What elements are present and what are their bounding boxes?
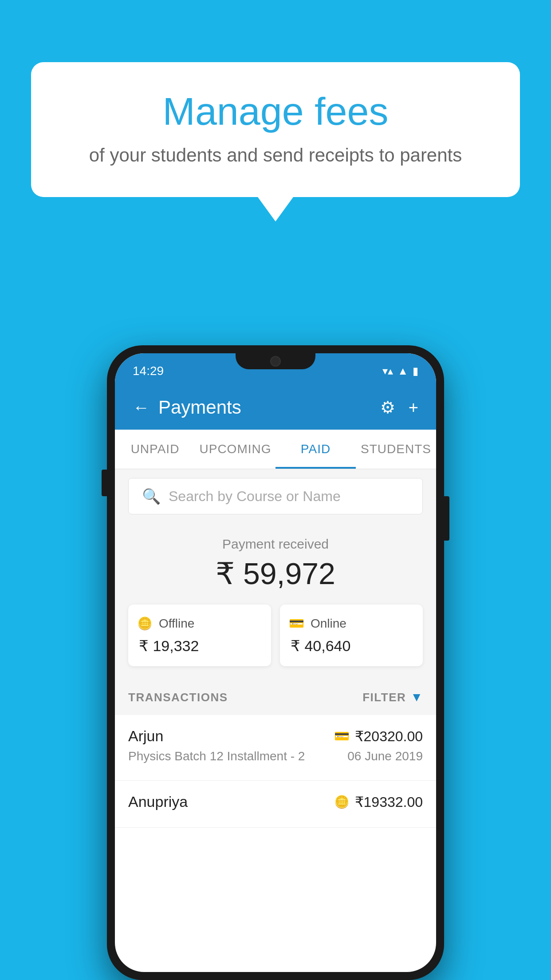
transaction-name-2: Anupriya xyxy=(128,793,188,810)
battery-icon: ▮ xyxy=(413,365,418,377)
tab-paid[interactable]: PAID xyxy=(276,430,356,469)
transactions-label: TRANSACTIONS xyxy=(128,691,228,704)
speech-bubble: Manage fees of your students and send re… xyxy=(31,62,520,197)
gear-icon[interactable]: ⚙ xyxy=(380,398,395,417)
phone-notch xyxy=(236,353,315,369)
payment-received-label: Payment received xyxy=(128,537,423,552)
payment-received-section: Payment received ₹ 59,972 🪙 Offline ₹ 19… xyxy=(115,523,436,680)
header-left: ← Payments xyxy=(133,397,241,418)
phone-wrapper: 14:29 ▾▴ ▲ ▮ ← Payments ⚙ + xyxy=(107,345,444,980)
offline-amount: ₹ 19,332 xyxy=(137,637,262,655)
filter-label: FILTER xyxy=(362,691,406,704)
transactions-header: TRANSACTIONS FILTER ▼ xyxy=(115,680,436,715)
search-placeholder: Search by Course or Name xyxy=(169,488,341,505)
filter-container[interactable]: FILTER ▼ xyxy=(362,690,423,704)
transaction-amount-2: ₹19332.00 xyxy=(355,794,423,810)
search-container: 🔍 Search by Course or Name xyxy=(115,469,436,523)
transaction-date-1: 06 June 2019 xyxy=(347,749,423,763)
transaction-item-2[interactable]: Anupriya 🪙 ₹19332.00 xyxy=(115,781,436,828)
bubble-arrow xyxy=(258,197,293,221)
wifi-icon: ▾▴ xyxy=(382,365,393,377)
offline-card-header: 🪙 Offline xyxy=(137,616,262,631)
tab-students[interactable]: STUDENTS xyxy=(356,430,436,469)
transaction-name-1: Arjun xyxy=(128,727,163,745)
bubble-subtitle: of your students and send receipts to pa… xyxy=(67,145,484,166)
phone-inner: 14:29 ▾▴ ▲ ▮ ← Payments ⚙ + xyxy=(115,353,436,972)
transaction-mode-icon-1: 💳 xyxy=(334,729,350,743)
transaction-item[interactable]: Arjun 💳 ₹20320.00 Physics Batch 12 Insta… xyxy=(115,715,436,781)
transaction-amount-container-1: 💳 ₹20320.00 xyxy=(334,728,423,745)
app-header: ← Payments ⚙ + xyxy=(115,385,436,430)
transaction-row-2: Anupriya 🪙 ₹19332.00 xyxy=(128,793,423,810)
online-icon: 💳 xyxy=(289,616,304,631)
add-icon[interactable]: + xyxy=(409,398,418,417)
transaction-amount-container-2: 🪙 ₹19332.00 xyxy=(334,794,423,810)
bubble-title: Manage fees xyxy=(67,89,484,134)
offline-card: 🪙 Offline ₹ 19,332 xyxy=(128,605,271,666)
search-icon: 🔍 xyxy=(142,487,161,505)
online-card: 💳 Online ₹ 40,640 xyxy=(280,605,423,666)
offline-icon: 🪙 xyxy=(137,616,153,631)
transaction-course-1: Physics Batch 12 Installment - 2 xyxy=(128,749,305,763)
status-icons: ▾▴ ▲ ▮ xyxy=(382,365,418,377)
payment-cards: 🪙 Offline ₹ 19,332 💳 Online ₹ 40,640 xyxy=(128,605,423,666)
online-label: Online xyxy=(311,616,346,631)
status-time: 14:29 xyxy=(133,364,164,378)
transaction-row-1: Arjun 💳 ₹20320.00 xyxy=(128,727,423,745)
tabs-container: UNPAID UPCOMING PAID STUDENTS xyxy=(115,430,436,469)
offline-label: Offline xyxy=(159,616,194,631)
online-amount: ₹ 40,640 xyxy=(289,637,414,655)
transaction-amount-1: ₹20320.00 xyxy=(355,728,423,745)
speech-bubble-wrapper: Manage fees of your students and send re… xyxy=(31,62,520,221)
tab-unpaid[interactable]: UNPAID xyxy=(115,430,195,469)
filter-icon: ▼ xyxy=(410,690,423,704)
search-bar[interactable]: 🔍 Search by Course or Name xyxy=(128,478,423,514)
online-card-header: 💳 Online xyxy=(289,616,414,631)
transaction-mode-icon-2: 🪙 xyxy=(334,794,350,809)
header-right: ⚙ + xyxy=(380,398,418,417)
back-button[interactable]: ← xyxy=(133,398,150,417)
tab-upcoming[interactable]: UPCOMING xyxy=(195,430,276,469)
phone-camera xyxy=(270,356,281,367)
payment-total-amount: ₹ 59,972 xyxy=(128,556,423,591)
phone-outer: 14:29 ▾▴ ▲ ▮ ← Payments ⚙ + xyxy=(107,345,444,980)
header-title: Payments xyxy=(158,397,241,418)
transaction-detail-row-1: Physics Batch 12 Installment - 2 06 June… xyxy=(128,749,423,763)
signal-icon: ▲ xyxy=(398,365,408,377)
